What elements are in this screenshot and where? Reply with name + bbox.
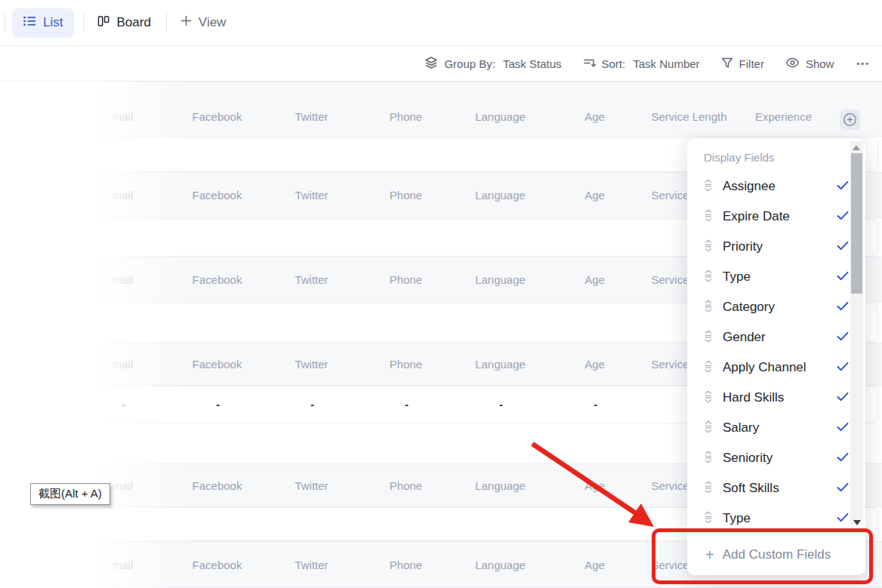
column-header: Language [453,358,547,371]
tab-board-label: Board [116,15,150,30]
tab-divider [166,14,167,32]
tab-list-label: List [43,15,63,30]
annotation-arrow [498,430,672,540]
filter-control[interactable]: Filter [721,57,764,71]
display-field-item[interactable]: Priority [704,232,849,262]
field-label: Type [723,511,827,526]
field-label: Assignee [723,179,827,194]
column-header: Age [547,273,642,286]
drag-handle-icon[interactable] [704,269,713,285]
column-header: Twitter [264,479,359,492]
view-tab-bar: List Board View [0,0,882,46]
field-label: Seniority [723,451,827,466]
drag-handle-icon[interactable] [704,390,713,406]
app-window: List Board View [0,0,882,588]
field-label: Gender [723,330,827,345]
check-icon[interactable] [837,361,849,374]
display-field-item[interactable]: Expire Date [704,202,849,232]
display-field-item[interactable]: Soft Skills [704,473,849,503]
column-header: Language [453,110,547,123]
drag-handle-icon[interactable] [704,420,713,436]
column-header: Phone [359,479,453,492]
column-header: Phone [359,110,453,123]
field-label: Soft Skills [723,481,827,496]
scroll-down-arrow-icon[interactable] [853,520,861,525]
empty-cell-value: - [265,399,359,411]
field-label: Expire Date [723,209,827,224]
check-icon[interactable] [837,451,849,465]
drag-handle-icon[interactable] [704,511,713,527]
group-by-control[interactable]: Group By: Task Status [424,56,561,72]
drag-handle-icon[interactable] [704,239,713,255]
tab-divider [83,14,84,32]
more-options-button[interactable]: ••• [856,59,870,68]
show-label: Show [806,57,834,70]
drag-handle-icon[interactable] [704,481,713,497]
display-field-item[interactable]: Type [704,262,849,292]
check-icon[interactable] [837,512,849,525]
list-view-icon [23,15,36,31]
display-field-item[interactable]: Hard Skills [704,383,849,413]
display-field-item[interactable]: Gender [704,322,849,352]
check-icon[interactable] [837,391,849,405]
add-column-button[interactable] [840,109,860,130]
group-by-value: Task Status [503,57,562,70]
column-header: Phone [359,559,453,571]
column-header: Language [453,189,547,202]
eye-icon [785,57,800,70]
field-label: Salary [723,420,827,436]
display-field-item[interactable]: Salary [704,413,849,443]
board-view-icon [97,15,109,31]
check-icon[interactable] [837,270,849,284]
column-header: Twitter [264,110,359,123]
column-header: Twitter [264,273,359,286]
drag-handle-icon[interactable] [704,209,713,225]
dropdown-scrollbar[interactable] [850,141,863,525]
drag-handle-icon[interactable] [704,179,713,195]
column-header: Phone [359,273,453,286]
column-header: Phone [359,358,453,371]
group-by-icon [424,56,438,72]
plus-icon [180,15,192,30]
dropdown-title: Display Fields [687,138,865,170]
check-icon[interactable] [837,482,849,495]
drag-handle-icon[interactable] [704,330,713,346]
annotation-highlight-box [652,528,873,584]
check-icon[interactable] [837,421,849,435]
show-control[interactable]: Show [785,57,834,70]
scroll-up-arrow-icon[interactable] [853,145,860,150]
sort-value: Task Number [633,57,699,70]
tab-list[interactable]: List [12,8,74,38]
check-icon[interactable] [837,331,849,344]
column-header: Service Length [642,110,736,123]
sort-label: Sort: [602,57,626,70]
display-field-item[interactable]: Apply Channel [704,352,849,383]
field-label: Hard Skills [723,390,827,405]
display-field-item[interactable]: Seniority [704,443,849,473]
check-icon[interactable] [837,300,849,314]
display-field-item[interactable]: Category [704,292,849,322]
filter-icon [721,57,733,71]
drag-handle-icon[interactable] [704,451,713,466]
display-fields-dropdown: Display Fields Assignee [687,138,865,575]
drag-handle-icon[interactable] [704,300,713,316]
column-header: Twitter [264,189,359,202]
column-header: Age [547,110,642,123]
check-icon[interactable] [837,210,849,223]
check-icon[interactable] [837,180,849,193]
check-icon[interactable] [837,240,849,254]
column-header: Phone [359,189,453,202]
tab-board[interactable]: Board [97,15,150,31]
scrollbar-thumb[interactable] [851,153,862,294]
sort-icon [583,57,596,71]
add-view-button[interactable]: View [180,15,227,30]
column-header: Language [453,273,547,286]
field-label: Priority [723,239,827,254]
column-header: Age [547,358,642,371]
sort-control[interactable]: Sort: Task Number [583,57,700,71]
drag-handle-icon[interactable] [704,360,713,376]
display-field-item[interactable]: Assignee [704,171,849,202]
group-by-label: Group By: [444,57,495,70]
field-label: Type [723,269,827,285]
field-label: Apply Channel [723,360,827,375]
